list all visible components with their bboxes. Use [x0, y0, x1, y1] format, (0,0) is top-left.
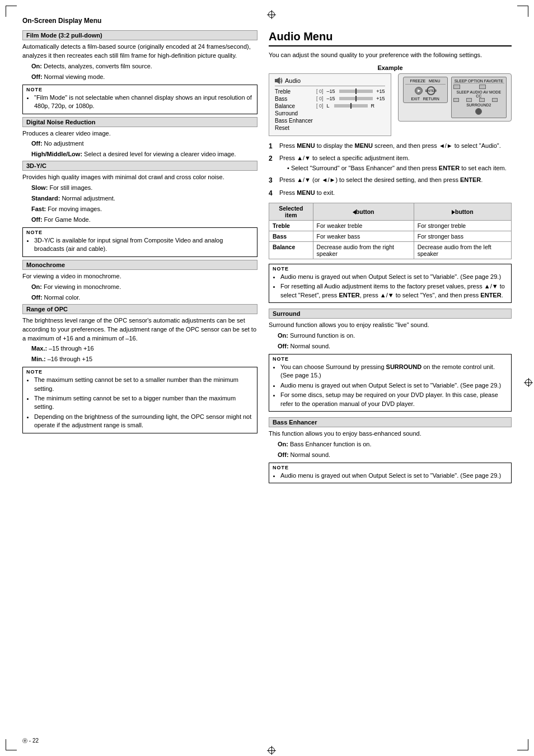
table-cell-left: For weaker treble — [313, 220, 414, 231]
right-button-label: button — [455, 208, 474, 215]
bass-enhancer-section: Bass Enhancer This function allows you t… — [269, 417, 512, 483]
screen-row: Bass[ 0]–15+15 — [275, 96, 385, 102]
screen-row: Reset — [275, 125, 385, 131]
digital-noise-description: Produces a clearer video image. — [22, 129, 257, 138]
surround-note-item: For some discs, setup may be required on… — [280, 391, 508, 408]
corner-mark-tl — [6, 6, 17, 17]
audio-menu-intro: You can adjust the sound quality to your… — [269, 51, 512, 60]
digital-noise-header: Digital Noise Reduction — [22, 117, 257, 127]
surround-on: On: Surround function is on. — [269, 332, 512, 340]
table-cell-right: For stronger treble — [414, 220, 511, 231]
range-opc-note: NOTE The maximum setting cannot be set t… — [22, 367, 257, 433]
step-text: Press MENU to exit. — [279, 189, 335, 196]
table-header-left: button — [313, 203, 414, 220]
corner-mark-bl — [6, 739, 17, 750]
left-button-label: button — [356, 208, 374, 215]
monochrome-on: On: For viewing in monochrome. — [22, 283, 257, 292]
step-number: 1 — [269, 142, 277, 151]
table-cell-left: Decrease audio from the right speaker — [313, 241, 414, 259]
bass-enhancer-header: Bass Enhancer — [269, 417, 512, 427]
step-content: Press MENU to exit. — [279, 189, 512, 198]
example-label: Example — [269, 64, 512, 71]
digital-noise-section: Digital Noise Reduction Produces a clear… — [22, 117, 257, 160]
3dy-c-section: 3D-Y/C Provides high quality images with… — [22, 161, 257, 256]
range-opc-max: Max.: –15 through +16 — [22, 344, 257, 353]
svg-rect-0 — [275, 79, 277, 82]
table-cell-item: Bass — [269, 231, 313, 241]
table-note-item: For resetting all Audio adjustment items… — [280, 282, 508, 300]
film-mode-note-item: "Film Mode" is not selectable when chann… — [34, 94, 254, 111]
step-1: 1Press MENU to display the MENU screen, … — [269, 142, 512, 151]
3dy-c-note: NOTE 3D-Y/C is available for input signa… — [22, 227, 257, 257]
range-opc-note-item: Depending on the brightness of the surro… — [34, 413, 254, 430]
surround-header: Surround — [269, 309, 512, 319]
monochrome-section: Monochrome For viewing a video in monoch… — [22, 260, 257, 302]
table-header-right: button — [414, 203, 511, 220]
monochrome-off: Off: Normal color. — [22, 293, 257, 302]
svg-marker-1 — [277, 77, 280, 84]
surround-description: Surround function allows you to enjoy re… — [269, 321, 512, 330]
film-mode-note: NOTE "Film Mode" is not selectable when … — [22, 85, 257, 114]
surround-note: NOTE You can choose Surround by pressing… — [269, 354, 512, 412]
step-number: 3 — [269, 176, 277, 185]
bass-enhancer-off: Off: Normal sound. — [269, 451, 512, 460]
table-cell-right: For stronger bass — [414, 231, 511, 241]
note-label-surround: NOTE — [273, 356, 508, 362]
table-header-item: Selected item — [269, 203, 313, 220]
3dy-c-note-item: 3D-Y/C is available for input signal fro… — [34, 236, 254, 254]
step-text: Press ▲/▼ to select a specific adjustmen… — [279, 155, 410, 161]
table-row: Balance Decrease audio from the right sp… — [269, 241, 512, 259]
example-container: Example Audio Treble[ 0]–15+15Bass[ 0]–1… — [269, 64, 512, 136]
film-mode-section: Film Mode (3:2 pull-down) Automatically … — [22, 30, 257, 114]
note-label-bass: NOTE — [273, 465, 508, 470]
screen-row: Treble[ 0]–15+15 — [275, 88, 385, 95]
note-label: NOTE — [26, 87, 254, 92]
table-cell-item: Balance — [269, 241, 313, 259]
example-screen: Audio Treble[ 0]–15+15Bass[ 0]–15+15Bala… — [269, 73, 391, 136]
film-mode-description: Automatically detects a film-based sourc… — [22, 43, 257, 60]
step-number: 4 — [269, 189, 277, 198]
left-column: Film Mode (3:2 pull-down) Automatically … — [22, 30, 257, 486]
note-label-table: NOTE — [273, 266, 508, 272]
surround-off: Off: Normal sound. — [269, 342, 512, 351]
step-number: 2 — [269, 154, 277, 173]
3dy-c-header: 3D-Y/C — [22, 161, 257, 171]
page-number: ⓔ - 22 — [22, 738, 39, 745]
3dy-c-fast: Fast: For moving images. — [22, 205, 257, 214]
step-content: Press ▲/▼ to select a specific adjustmen… — [279, 154, 512, 173]
range-opc-note-item: The maximum setting cannot be set to a s… — [34, 376, 254, 393]
surround-note-item: Audio menu is grayed out when Output Sel… — [280, 381, 508, 390]
range-opc-section: Range of OPC The brightness level range … — [22, 304, 257, 433]
bass-enhancer-description: This function allows you to enjoy bass-e… — [269, 430, 512, 438]
film-mode-on: On: Detects, analyzes, converts film sou… — [22, 62, 257, 71]
corner-mark-tr — [517, 6, 528, 17]
step-text: Press ▲/▼ (or ◄/►) to select the desired… — [279, 176, 483, 183]
table-row: Treble For weaker treble For stronger tr… — [269, 220, 512, 231]
surround-note-item: You can choose Surround by pressing SURR… — [280, 363, 508, 380]
table-note-item: Audio menu is grayed out when Output Sel… — [280, 273, 508, 281]
step-text: Press MENU to display the MENU screen, a… — [279, 142, 501, 149]
film-mode-header: Film Mode (3:2 pull-down) — [22, 30, 257, 40]
steps-container: 1Press MENU to display the MENU screen, … — [269, 142, 512, 198]
table-cell-item: Treble — [269, 220, 313, 231]
speaker-icon — [275, 77, 283, 84]
step-content: Press ▲/▼ (or ◄/►) to select the desired… — [279, 176, 512, 185]
digital-noise-off: Off: No adjustment — [22, 139, 257, 148]
monochrome-description: For viewing a video in monochrome. — [22, 272, 257, 281]
bass-enhancer-note: NOTE Audio menu is grayed out when Outpu… — [269, 463, 512, 483]
audio-menu-title: Audio Menu — [269, 30, 512, 46]
screen-row: Bass Enhancer — [275, 118, 385, 124]
range-opc-header: Range of OPC — [22, 304, 257, 314]
range-opc-note-item: The minimum setting cannot be set to a b… — [34, 394, 254, 412]
screen-row: Surround — [275, 110, 385, 116]
remote-illustration: FREEZE MENU ▶ ENTER EXIT RETURN — [398, 73, 512, 122]
digital-noise-high: High/Middle/Low: Select a desired level … — [22, 150, 257, 159]
3dy-c-standard: Standard: Normal adjustment. — [22, 194, 257, 203]
example-screen-title: Audio — [275, 77, 385, 86]
bass-enhancer-on: On: Bass Enhancer function is on. — [269, 440, 512, 449]
range-opc-min: Min.: –16 through +15 — [22, 355, 257, 364]
screen-row: Balance[ 0]LR — [275, 103, 385, 109]
step-content: Press MENU to display the MENU screen, a… — [279, 142, 512, 151]
film-mode-off: Off: Normal viewing mode. — [22, 73, 257, 82]
table-row: Bass For weaker bass For stronger bass — [269, 231, 512, 241]
